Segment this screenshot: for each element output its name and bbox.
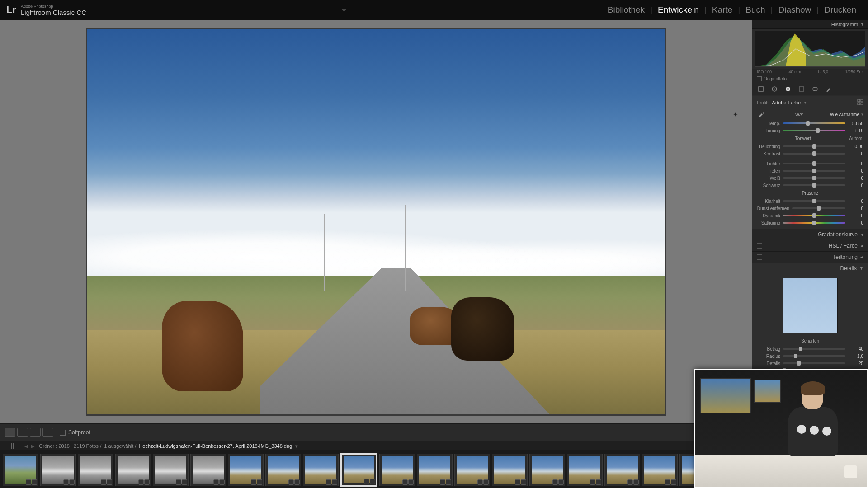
exif-shutter: 1/250 Sek	[845, 70, 863, 74]
develop-panel: Histogramm▼ ISO 100 40 mm f / 5,0 1/250 …	[752, 20, 868, 423]
photo[interactable]	[87, 29, 665, 414]
before-after-split-icon[interactable]	[42, 428, 53, 437]
histogram-title: Histogramm	[831, 22, 858, 27]
module-switcher: Bibliothek| Entwickeln| Karte| Buch| Dia…	[602, 5, 862, 15]
slider-blacks[interactable]: Schwarz0	[752, 182, 868, 189]
profile-dropdown[interactable]: Adobe Farbe	[772, 100, 801, 105]
filmstrip-thumb[interactable]	[303, 454, 339, 486]
svg-rect-0	[759, 87, 763, 91]
svg-point-4	[787, 88, 789, 90]
filmstrip-thumb[interactable]	[3, 454, 38, 486]
svg-point-2	[774, 89, 775, 90]
module-slideshow[interactable]: Diashow	[773, 5, 816, 15]
before-after-lr-icon[interactable]	[17, 428, 28, 437]
profile-label: Profil:	[757, 100, 769, 105]
filmstrip-thumb[interactable]	[567, 454, 603, 486]
photo-frame	[86, 28, 666, 416]
filmstrip-thumb[interactable]	[642, 454, 678, 486]
checkbox-icon[interactable]	[757, 76, 762, 81]
panel-splittone[interactable]: Teiltonung◀	[752, 252, 868, 263]
filmstrip-thumb[interactable]	[529, 454, 565, 486]
original-toggle[interactable]: Originalfoto	[752, 75, 868, 83]
panel-tonecurve[interactable]: Gradationskurve◀	[752, 229, 868, 240]
filmstrip-thumb[interactable]	[265, 454, 301, 486]
slider-sharpen-radius[interactable]: Radius1,0	[752, 352, 868, 360]
filmstrip-thumb[interactable]	[340, 453, 377, 487]
tone-header: Tonwert	[757, 136, 849, 141]
svg-rect-11	[861, 103, 863, 105]
slider-contrast[interactable]: Kontrast0	[752, 150, 868, 157]
module-print[interactable]: Drucken	[819, 5, 862, 15]
slider-saturation[interactable]: Sättigung0	[752, 219, 868, 229]
filmstrip-thumb[interactable]	[115, 454, 151, 486]
slider-exposure[interactable]: Belichtung0,00	[752, 143, 868, 150]
auto-tone-button[interactable]: Autom.	[849, 136, 863, 141]
basic-panel: Profil: Adobe Farbe ▾ WA: Wie Aufnahme ▾…	[752, 96, 868, 229]
svg-rect-9	[861, 99, 863, 102]
filmstrip-thumb[interactable]	[604, 454, 640, 486]
wb-dropdown[interactable]: Wie Aufnahme	[830, 112, 859, 117]
slider-vibrance[interactable]: Dynamik0	[752, 212, 868, 219]
webcam-overlay	[694, 369, 868, 488]
main-window-icon[interactable]	[5, 443, 12, 449]
sharpen-header: Schärfen	[757, 338, 863, 343]
local-tools	[752, 83, 868, 95]
presence-header: Präsenz	[757, 191, 863, 196]
detail-preview[interactable]	[783, 278, 838, 333]
filmstrip-thumb[interactable]	[492, 454, 528, 486]
crop-tool-icon[interactable]	[757, 85, 765, 93]
slider-highlights[interactable]: Lichter0	[752, 160, 868, 167]
softproof-label: Softproof	[68, 429, 90, 436]
before-after-tb-icon[interactable]	[30, 428, 41, 437]
filmstrip-thumb[interactable]	[379, 454, 415, 486]
spot-tool-icon[interactable]	[770, 85, 778, 93]
filmstrip-thumb[interactable]	[40, 454, 76, 486]
filmstrip-thumb[interactable]	[153, 454, 189, 486]
module-library[interactable]: Bibliothek	[602, 5, 650, 15]
softproof-toggle[interactable]: Softproof	[60, 429, 90, 436]
slider-temp[interactable]: Temp. 5.850	[752, 120, 868, 127]
current-file: Hochzeit-Ludwigshafen-Full-Benkesser-27.…	[139, 443, 292, 449]
panel-details-header[interactable]: Details▼	[752, 263, 868, 274]
second-window-icon[interactable]	[13, 443, 20, 449]
svg-rect-10	[858, 103, 860, 105]
app-name: Lightroom Classic CC	[21, 9, 86, 16]
histogram-header[interactable]: Histogramm▼	[752, 20, 868, 29]
slider-whites[interactable]: Weiß0	[752, 174, 868, 182]
panel-details: Schärfen Betrag40 Radius1,0 Details25 Ma…	[752, 274, 868, 375]
app-logo: Lr	[6, 4, 16, 16]
exif-readout: ISO 100 40 mm f / 5,0 1/250 Sek	[752, 69, 868, 75]
filmstrip-thumb[interactable]	[190, 454, 226, 486]
loupe-view-icon[interactable]	[5, 428, 15, 437]
filmstrip-thumb[interactable]	[417, 454, 453, 486]
exif-iso: ISO 100	[757, 70, 772, 74]
slider-sharpen-detail[interactable]: Details25	[752, 360, 868, 367]
filmstrip-thumb[interactable]	[78, 454, 113, 486]
cursor-icon: ✦	[733, 111, 738, 118]
brush-tool-icon[interactable]	[825, 85, 833, 93]
module-book[interactable]: Buch	[740, 5, 770, 15]
radial-tool-icon[interactable]	[811, 85, 819, 93]
module-map[interactable]: Karte	[707, 5, 738, 15]
main-viewer[interactable]: ✦	[0, 20, 752, 423]
redeye-tool-icon[interactable]	[784, 85, 792, 93]
checkbox-icon[interactable]	[60, 430, 66, 436]
profile-browser-icon[interactable]	[857, 99, 863, 106]
histogram[interactable]	[755, 31, 865, 67]
slider-dehaze[interactable]: Dunst entfernen0	[752, 205, 868, 212]
slider-shadows[interactable]: Tiefen0	[752, 167, 868, 174]
eyedropper-icon[interactable]	[757, 110, 765, 118]
slider-clarity[interactable]: Klarheit0	[752, 197, 868, 205]
panel-hsl[interactable]: HSL / Farbe◀	[752, 240, 868, 252]
filmstrip-thumb[interactable]	[228, 454, 264, 486]
gradient-tool-icon[interactable]	[797, 85, 806, 93]
vendor-label: Adobe Photoshop	[21, 4, 86, 9]
breadcrumb[interactable]: Ordner : 2018 2119 Fotos / 1 ausgewählt …	[39, 443, 298, 449]
filmstrip-thumb[interactable]	[454, 454, 490, 486]
wb-label: WA:	[769, 112, 830, 117]
module-develop[interactable]: Entwickeln	[652, 5, 704, 15]
svg-rect-8	[858, 99, 860, 102]
slider-tint[interactable]: Tonung + 19	[752, 127, 868, 134]
chevron-down-icon[interactable]	[341, 9, 347, 12]
slider-sharpen-amount[interactable]: Betrag40	[752, 345, 868, 352]
